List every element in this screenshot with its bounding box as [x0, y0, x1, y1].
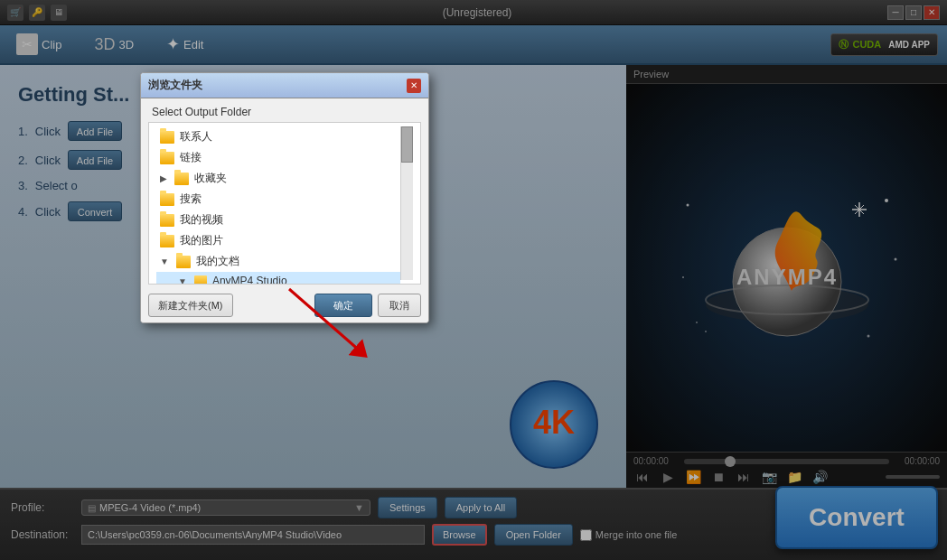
dialog-close-button[interactable]: ✕	[407, 79, 421, 93]
folder-name: 我的视频	[180, 212, 223, 228]
folder-item-videos[interactable]: 我的视频	[156, 210, 400, 230]
folder-icon	[176, 256, 191, 268]
folder-name: 收藏夹	[194, 171, 227, 186]
folder-item-pictures[interactable]: 我的图片	[156, 230, 400, 251]
folder-icon	[160, 131, 174, 144]
folder-icon	[160, 193, 174, 206]
dialog-titlebar: 浏览文件夹 ✕	[141, 73, 428, 98]
folder-icon	[160, 235, 174, 247]
folder-item-favorites[interactable]: ▶ 收藏夹	[156, 168, 400, 189]
folder-name: 链接	[180, 150, 202, 165]
scrollbar-thumb	[401, 126, 413, 163]
folder-icon	[160, 152, 174, 164]
dialog-cancel-button[interactable]: 取消	[378, 294, 421, 317]
scrollbar[interactable]	[400, 126, 413, 280]
dialog-overlay: 浏览文件夹 ✕ Select Output Folder 联系人 链接 ▶ 收藏…	[0, 0, 947, 560]
folder-name: 联系人	[180, 129, 212, 145]
folder-name: AnyMP4 Studio	[212, 275, 287, 285]
folder-item-links[interactable]: 链接	[156, 147, 400, 168]
folder-name: 我的文档	[196, 254, 239, 269]
folder-item-anymp4[interactable]: ▼ AnyMP4 Studio	[156, 272, 400, 285]
dialog-body: 联系人 链接 ▶ 收藏夹 搜索 我的视频	[148, 122, 421, 285]
folder-item-documents[interactable]: ▼ 我的文档	[156, 251, 400, 272]
folder-list: 联系人 链接 ▶ 收藏夹 搜索 我的视频	[156, 126, 400, 280]
folder-item-search[interactable]: 搜索	[156, 189, 400, 210]
folder-icon	[174, 173, 189, 185]
folder-item-contacts[interactable]: 联系人	[156, 126, 400, 147]
new-folder-button[interactable]: 新建文件夹(M)	[148, 294, 233, 317]
folder-name: 搜索	[180, 191, 202, 207]
folder-icon	[160, 214, 174, 227]
dialog-subtitle: Select Output Folder	[141, 98, 428, 122]
dialog-title: 浏览文件夹	[148, 78, 407, 93]
browse-folder-dialog: 浏览文件夹 ✕ Select Output Folder 联系人 链接 ▶ 收藏…	[140, 72, 429, 323]
dialog-ok-button[interactable]: 确定	[314, 294, 372, 317]
folder-name: 我的图片	[180, 233, 223, 248]
folder-icon-sm	[194, 275, 207, 285]
dialog-footer: 新建文件夹(M) 确定 取消	[141, 288, 428, 322]
